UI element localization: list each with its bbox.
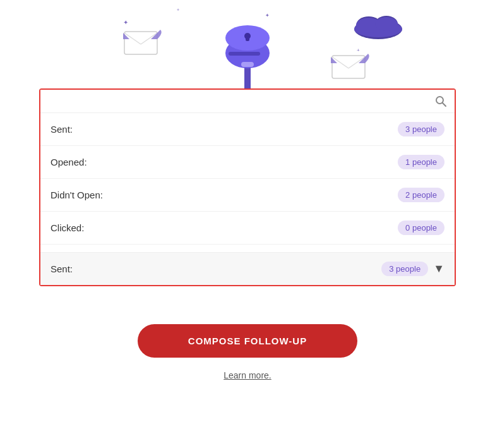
svg-rect-9 (332, 56, 365, 78)
svg-line-20 (443, 103, 446, 106)
dropdown-item-label: Clicked: (51, 222, 84, 233)
dropdown-item-label: Opened: (51, 157, 87, 167)
people-badge: 3 people (398, 122, 444, 136)
svg-rect-6 (124, 32, 157, 54)
dropdown-item[interactable]: Clicked:0 people (40, 212, 455, 245)
cloud-icon (350, 11, 407, 40)
learn-more-link[interactable]: Learn more. (224, 370, 271, 380)
svg-point-5 (375, 17, 398, 31)
svg-rect-18 (241, 62, 254, 67)
dropdown-item[interactable]: Didn't Open:2 people (40, 179, 455, 212)
selected-label: Sent: (51, 263, 73, 274)
selected-right: 3 people ▼ (381, 262, 444, 276)
svg-rect-12 (244, 66, 251, 88)
dropdown-item[interactable]: Didn't Click:3 people (40, 245, 455, 252)
search-input-row (40, 90, 455, 113)
svg-rect-17 (229, 52, 260, 56)
selected-badge: 3 people (381, 262, 428, 276)
letter-right-icon (331, 51, 372, 82)
sparkle-icon: ✦ (265, 13, 270, 18)
dropdown-item-label: Didn't Open: (51, 190, 103, 200)
search-input[interactable] (48, 95, 434, 107)
search-button[interactable] (434, 95, 447, 107)
dropdown-item[interactable]: Sent:3 people (40, 113, 455, 146)
sparkle-icon: + (177, 8, 179, 12)
compose-follow-up-button[interactable]: COMPOSE FOLLOW-UP (138, 324, 357, 358)
people-badge: 2 people (398, 188, 444, 202)
dropdown-item-label: Sent: (51, 124, 73, 135)
dropdown-item[interactable]: Opened:1 people (40, 146, 455, 179)
main-container: Sent:3 peopleOpened:1 peopleDidn't Open:… (0, 88, 495, 380)
mailbox-icon (222, 19, 273, 88)
dropdown-list: Sent:3 peopleOpened:1 peopleDidn't Open:… (40, 113, 455, 252)
letter-left-icon (123, 27, 164, 58)
sparkle-icon: ✦ (123, 19, 128, 26)
illustration: ✦ ✦ + + (0, 0, 495, 88)
chevron-down-icon[interactable]: ▼ (433, 262, 444, 275)
people-badge: 0 people (398, 221, 444, 235)
search-icon (434, 95, 447, 107)
selected-row[interactable]: Sent: 3 people ▼ (40, 252, 455, 285)
svg-rect-16 (246, 36, 249, 41)
people-badge: 1 people (398, 155, 444, 169)
search-dropdown: Sent:3 peopleOpened:1 peopleDidn't Open:… (39, 88, 456, 286)
